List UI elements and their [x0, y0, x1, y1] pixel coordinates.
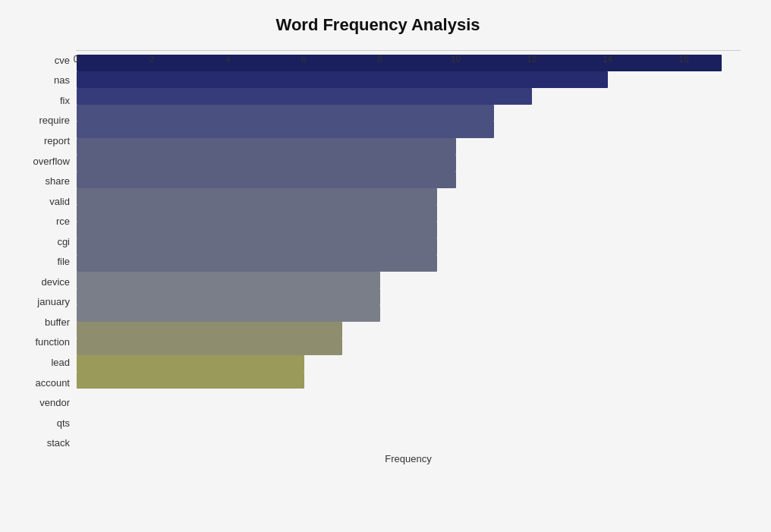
y-label: require: [39, 111, 70, 131]
y-label: function: [35, 332, 70, 353]
y-label: overflow: [33, 151, 70, 172]
bar-row: [77, 105, 741, 121]
bar-row: [77, 372, 741, 389]
bar: [77, 205, 437, 222]
bar-row: [77, 272, 741, 288]
y-label: account: [35, 373, 70, 393]
y-label: stack: [47, 433, 70, 453]
bar-row: [77, 222, 741, 238]
bar: [77, 155, 456, 172]
bar: [77, 105, 494, 121]
bar: [77, 372, 304, 389]
y-label: report: [44, 131, 70, 151]
y-label: valid: [49, 191, 70, 212]
bar-row: [77, 238, 741, 255]
y-label: lead: [51, 352, 70, 373]
bar-row: [77, 138, 741, 155]
y-label: vendor: [39, 392, 70, 413]
bar-row: [77, 355, 741, 372]
y-label: qts: [57, 413, 70, 433]
y-label: device: [41, 272, 70, 292]
bar-row: [77, 255, 741, 272]
bar-row: [77, 305, 741, 322]
y-label: fix: [60, 90, 70, 111]
bar-row: [77, 71, 741, 88]
chart-container: Word Frequency Analysis cvenasfixrequire…: [0, 0, 771, 532]
bar: [77, 71, 608, 88]
bar: [77, 272, 380, 288]
bar: [77, 138, 456, 155]
bar-row: [77, 288, 741, 305]
y-label: file: [57, 251, 70, 272]
bar: [77, 238, 437, 255]
chart-title: Word Frequency Analysis: [15, 15, 741, 35]
y-label: january: [37, 292, 70, 313]
y-label: cve: [55, 50, 70, 71]
bar: [77, 88, 532, 105]
y-label: nas: [54, 71, 70, 91]
y-label: cgi: [57, 231, 70, 252]
x-tick-label: 16: [678, 54, 688, 65]
bar: [77, 305, 380, 322]
bar: [77, 255, 437, 272]
bar: [77, 338, 342, 355]
y-label: buffer: [45, 312, 70, 332]
bar: [77, 188, 437, 205]
bar: [77, 322, 342, 338]
y-label: rce: [56, 211, 70, 231]
y-axis: cvenasfixrequirereportoverflowsharevalid…: [15, 50, 76, 453]
x-tick-label: 4: [225, 54, 231, 65]
bar: [77, 355, 304, 372]
bar-row: [77, 88, 741, 105]
bar: [77, 172, 456, 188]
x-tick-label: 8: [377, 54, 382, 65]
bar: [77, 288, 380, 305]
y-label: share: [45, 171, 70, 191]
x-tick-label: 10: [451, 54, 461, 65]
bar: [77, 222, 437, 238]
bar-row: [77, 172, 741, 188]
bar-row: [77, 188, 741, 205]
bar-row: [77, 121, 741, 138]
x-tick-label: 12: [527, 54, 537, 65]
bar-row: [77, 338, 741, 355]
bar-row: [77, 155, 741, 172]
bar: [77, 121, 494, 138]
x-tick-label: 6: [301, 54, 307, 65]
x-tick-label: 0: [74, 54, 79, 65]
bar-row: [77, 205, 741, 222]
bar-row: [77, 322, 741, 338]
x-tick-label: 14: [603, 54, 612, 65]
x-axis-title: Frequency: [76, 453, 741, 464]
x-tick-label: 2: [149, 54, 155, 65]
